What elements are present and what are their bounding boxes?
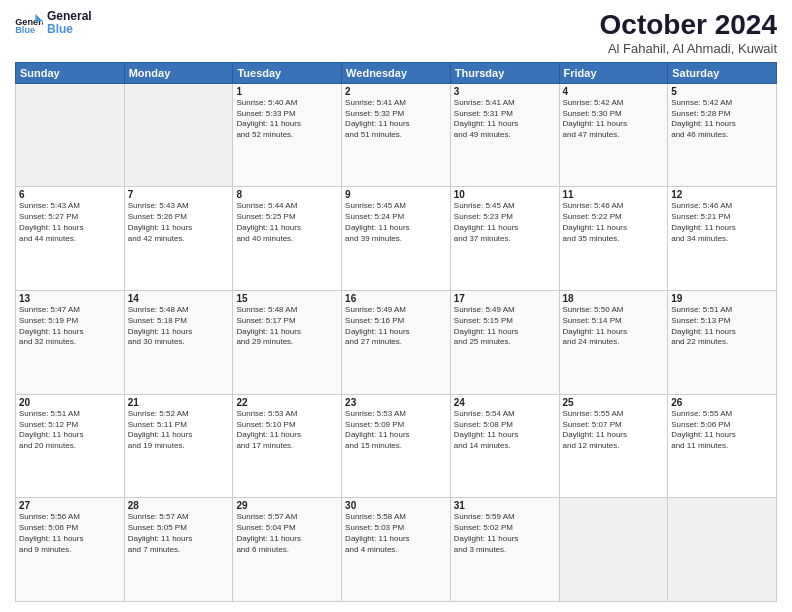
calendar-cell: 21Sunrise: 5:52 AM Sunset: 5:11 PM Dayli… <box>124 394 233 498</box>
calendar-cell: 6Sunrise: 5:43 AM Sunset: 5:27 PM Daylig… <box>16 187 125 291</box>
calendar-cell <box>124 83 233 187</box>
day-info: Sunrise: 5:53 AM Sunset: 5:10 PM Dayligh… <box>236 409 338 452</box>
day-info: Sunrise: 5:55 AM Sunset: 5:07 PM Dayligh… <box>563 409 665 452</box>
col-sunday: Sunday <box>16 62 125 83</box>
calendar-cell: 8Sunrise: 5:44 AM Sunset: 5:25 PM Daylig… <box>233 187 342 291</box>
calendar-cell: 30Sunrise: 5:58 AM Sunset: 5:03 PM Dayli… <box>342 498 451 602</box>
calendar-cell: 20Sunrise: 5:51 AM Sunset: 5:12 PM Dayli… <box>16 394 125 498</box>
day-number: 27 <box>19 500 121 511</box>
location-subtitle: Al Fahahil, Al Ahmadi, Kuwait <box>600 41 777 56</box>
day-info: Sunrise: 5:55 AM Sunset: 5:06 PM Dayligh… <box>671 409 773 452</box>
day-info: Sunrise: 5:46 AM Sunset: 5:22 PM Dayligh… <box>563 201 665 244</box>
day-number: 21 <box>128 397 230 408</box>
logo-icon: General Blue <box>15 12 43 34</box>
day-number: 31 <box>454 500 556 511</box>
day-number: 5 <box>671 86 773 97</box>
calendar-cell: 27Sunrise: 5:56 AM Sunset: 5:06 PM Dayli… <box>16 498 125 602</box>
calendar-cell: 11Sunrise: 5:46 AM Sunset: 5:22 PM Dayli… <box>559 187 668 291</box>
calendar-cell: 19Sunrise: 5:51 AM Sunset: 5:13 PM Dayli… <box>668 291 777 395</box>
col-thursday: Thursday <box>450 62 559 83</box>
col-wednesday: Wednesday <box>342 62 451 83</box>
day-number: 16 <box>345 293 447 304</box>
day-number: 14 <box>128 293 230 304</box>
day-info: Sunrise: 5:53 AM Sunset: 5:09 PM Dayligh… <box>345 409 447 452</box>
calendar-header-row: Sunday Monday Tuesday Wednesday Thursday… <box>16 62 777 83</box>
calendar-cell: 12Sunrise: 5:46 AM Sunset: 5:21 PM Dayli… <box>668 187 777 291</box>
calendar-cell: 14Sunrise: 5:48 AM Sunset: 5:18 PM Dayli… <box>124 291 233 395</box>
calendar-week-4: 20Sunrise: 5:51 AM Sunset: 5:12 PM Dayli… <box>16 394 777 498</box>
day-number: 30 <box>345 500 447 511</box>
day-info: Sunrise: 5:42 AM Sunset: 5:30 PM Dayligh… <box>563 98 665 141</box>
day-info: Sunrise: 5:41 AM Sunset: 5:31 PM Dayligh… <box>454 98 556 141</box>
day-number: 11 <box>563 189 665 200</box>
title-block: October 2024 Al Fahahil, Al Ahmadi, Kuwa… <box>600 10 777 56</box>
calendar-cell: 1Sunrise: 5:40 AM Sunset: 5:33 PM Daylig… <box>233 83 342 187</box>
calendar-cell: 25Sunrise: 5:55 AM Sunset: 5:07 PM Dayli… <box>559 394 668 498</box>
day-number: 7 <box>128 189 230 200</box>
svg-text:Blue: Blue <box>15 25 35 34</box>
header: General Blue General Blue October 2024 A… <box>15 10 777 56</box>
day-info: Sunrise: 5:43 AM Sunset: 5:27 PM Dayligh… <box>19 201 121 244</box>
calendar-cell <box>16 83 125 187</box>
day-info: Sunrise: 5:46 AM Sunset: 5:21 PM Dayligh… <box>671 201 773 244</box>
calendar-cell: 23Sunrise: 5:53 AM Sunset: 5:09 PM Dayli… <box>342 394 451 498</box>
day-info: Sunrise: 5:45 AM Sunset: 5:23 PM Dayligh… <box>454 201 556 244</box>
day-info: Sunrise: 5:59 AM Sunset: 5:02 PM Dayligh… <box>454 512 556 555</box>
day-info: Sunrise: 5:58 AM Sunset: 5:03 PM Dayligh… <box>345 512 447 555</box>
day-number: 13 <box>19 293 121 304</box>
day-number: 1 <box>236 86 338 97</box>
calendar-week-1: 1Sunrise: 5:40 AM Sunset: 5:33 PM Daylig… <box>16 83 777 187</box>
calendar-cell: 7Sunrise: 5:43 AM Sunset: 5:26 PM Daylig… <box>124 187 233 291</box>
day-info: Sunrise: 5:44 AM Sunset: 5:25 PM Dayligh… <box>236 201 338 244</box>
day-info: Sunrise: 5:40 AM Sunset: 5:33 PM Dayligh… <box>236 98 338 141</box>
calendar-cell: 2Sunrise: 5:41 AM Sunset: 5:32 PM Daylig… <box>342 83 451 187</box>
col-monday: Monday <box>124 62 233 83</box>
day-number: 26 <box>671 397 773 408</box>
calendar-week-5: 27Sunrise: 5:56 AM Sunset: 5:06 PM Dayli… <box>16 498 777 602</box>
day-number: 25 <box>563 397 665 408</box>
day-number: 15 <box>236 293 338 304</box>
day-info: Sunrise: 5:48 AM Sunset: 5:17 PM Dayligh… <box>236 305 338 348</box>
calendar-cell: 18Sunrise: 5:50 AM Sunset: 5:14 PM Dayli… <box>559 291 668 395</box>
day-number: 29 <box>236 500 338 511</box>
day-number: 23 <box>345 397 447 408</box>
day-number: 4 <box>563 86 665 97</box>
day-info: Sunrise: 5:50 AM Sunset: 5:14 PM Dayligh… <box>563 305 665 348</box>
day-info: Sunrise: 5:45 AM Sunset: 5:24 PM Dayligh… <box>345 201 447 244</box>
calendar-cell: 28Sunrise: 5:57 AM Sunset: 5:05 PM Dayli… <box>124 498 233 602</box>
calendar-cell: 10Sunrise: 5:45 AM Sunset: 5:23 PM Dayli… <box>450 187 559 291</box>
day-info: Sunrise: 5:57 AM Sunset: 5:05 PM Dayligh… <box>128 512 230 555</box>
day-info: Sunrise: 5:52 AM Sunset: 5:11 PM Dayligh… <box>128 409 230 452</box>
logo-line2: Blue <box>47 23 92 36</box>
col-friday: Friday <box>559 62 668 83</box>
logo: General Blue General Blue <box>15 10 92 36</box>
calendar-cell: 29Sunrise: 5:57 AM Sunset: 5:04 PM Dayli… <box>233 498 342 602</box>
col-tuesday: Tuesday <box>233 62 342 83</box>
day-number: 9 <box>345 189 447 200</box>
day-number: 24 <box>454 397 556 408</box>
day-info: Sunrise: 5:57 AM Sunset: 5:04 PM Dayligh… <box>236 512 338 555</box>
calendar-cell: 9Sunrise: 5:45 AM Sunset: 5:24 PM Daylig… <box>342 187 451 291</box>
calendar-cell: 13Sunrise: 5:47 AM Sunset: 5:19 PM Dayli… <box>16 291 125 395</box>
calendar-cell: 17Sunrise: 5:49 AM Sunset: 5:15 PM Dayli… <box>450 291 559 395</box>
day-info: Sunrise: 5:43 AM Sunset: 5:26 PM Dayligh… <box>128 201 230 244</box>
calendar-week-2: 6Sunrise: 5:43 AM Sunset: 5:27 PM Daylig… <box>16 187 777 291</box>
calendar-table: Sunday Monday Tuesday Wednesday Thursday… <box>15 62 777 602</box>
calendar-cell: 31Sunrise: 5:59 AM Sunset: 5:02 PM Dayli… <box>450 498 559 602</box>
day-info: Sunrise: 5:54 AM Sunset: 5:08 PM Dayligh… <box>454 409 556 452</box>
day-number: 2 <box>345 86 447 97</box>
calendar-cell: 16Sunrise: 5:49 AM Sunset: 5:16 PM Dayli… <box>342 291 451 395</box>
day-info: Sunrise: 5:41 AM Sunset: 5:32 PM Dayligh… <box>345 98 447 141</box>
day-info: Sunrise: 5:48 AM Sunset: 5:18 PM Dayligh… <box>128 305 230 348</box>
day-number: 3 <box>454 86 556 97</box>
day-number: 28 <box>128 500 230 511</box>
day-info: Sunrise: 5:56 AM Sunset: 5:06 PM Dayligh… <box>19 512 121 555</box>
calendar-cell: 4Sunrise: 5:42 AM Sunset: 5:30 PM Daylig… <box>559 83 668 187</box>
calendar-cell: 26Sunrise: 5:55 AM Sunset: 5:06 PM Dayli… <box>668 394 777 498</box>
day-number: 18 <box>563 293 665 304</box>
day-number: 17 <box>454 293 556 304</box>
day-number: 22 <box>236 397 338 408</box>
calendar-cell: 15Sunrise: 5:48 AM Sunset: 5:17 PM Dayli… <box>233 291 342 395</box>
day-info: Sunrise: 5:42 AM Sunset: 5:28 PM Dayligh… <box>671 98 773 141</box>
calendar-cell: 22Sunrise: 5:53 AM Sunset: 5:10 PM Dayli… <box>233 394 342 498</box>
